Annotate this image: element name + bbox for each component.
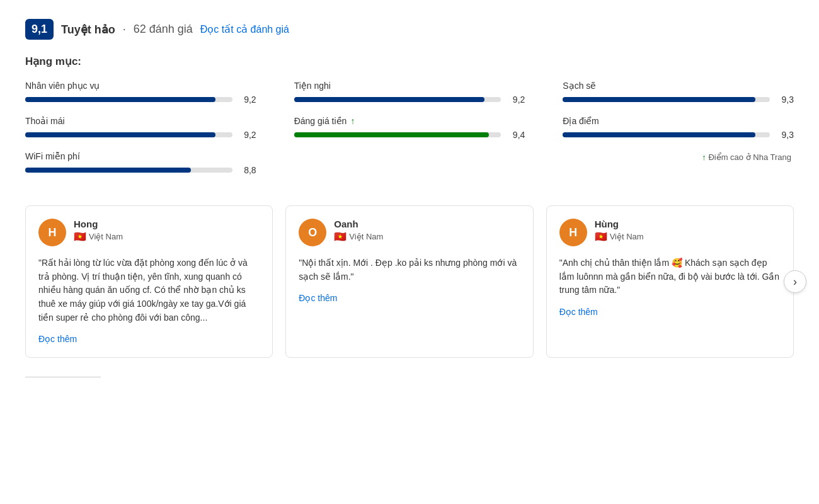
overall-label: Tuyệt hảo [61,23,115,37]
score-nhan-vien: 9,2 [239,94,256,105]
rating-bar-wifi: 8,8 [25,165,256,175]
next-reviews-button[interactable]: › [784,270,806,293]
review-card-hung: H Hùng 🇻🇳 Việt Nam "Anh chị chủ thân thi… [546,205,794,358]
rating-bar-sach-se: 9,3 [563,94,794,105]
overall-score-badge: 9,1 [25,19,54,40]
bar-track-wifi [25,168,232,173]
avatar-oanh: O [299,219,326,246]
categories-title: Hạng mục: [25,55,794,68]
rating-bar-tien-nghi: 9,2 [294,94,525,105]
categories-section: Hạng mục: Nhân viên phục vụ 9,2 Thoải má… [25,55,794,186]
rating-label-sach-se: Sạch sẽ [563,81,794,91]
rating-bar-dang-gia-tien: 9,4 [294,130,525,140]
bar-fill-thoai-mai [25,132,215,137]
reviewer-info-oanh: Oanh 🇻🇳 Việt Nam [334,219,383,243]
rating-bar-dia-diem: 9,3 [563,130,794,140]
reviewer-header-hung: H Hùng 🇻🇳 Việt Nam [559,219,781,246]
bar-fill-nhan-vien [25,97,215,102]
review-count: 62 đánh giá [134,23,193,36]
read-more-hong[interactable]: Đọc thêm [38,334,77,344]
score-sach-se: 9,3 [776,94,794,105]
review-card-hong: H Hong 🇻🇳 Việt Nam "Rất hải lòng từ lúc … [25,205,273,358]
reviewer-country-hung: 🇻🇳 Việt Nam [595,231,644,243]
reviewer-country-oanh: 🇻🇳 Việt Nam [334,231,383,243]
read-all-reviews-link[interactable]: Đọc tất cả đánh giá [200,23,289,35]
high-score-note: ↑ Điểm cao ở Nha Trang [702,152,794,162]
rating-label-thoai-mai: Thoải mái [25,116,256,126]
bar-track-thoai-mai [25,132,232,137]
reviewer-header-hong: H Hong 🇻🇳 Việt Nam [38,219,260,246]
rating-label-dang-gia-tien: Đáng giá tiền ↑ [294,116,525,126]
rating-label-wifi: WiFi miễn phí [25,151,256,161]
rating-item-thoai-mai: Thoải mái 9,2 [25,116,256,140]
rating-item-sach-se: Sạch sẽ 9,3 [563,81,794,105]
flag-oanh: 🇻🇳 [334,231,346,243]
rating-item-tien-nghi: Tiện nghi 9,2 [294,81,525,105]
reviewer-name-oanh: Oanh [334,219,383,229]
bar-fill-sach-se [563,97,755,102]
rating-header: 9,1 Tuyệt hảo · 62 đánh giá Đọc tất cả đ… [25,19,794,40]
col-1: Nhân viên phục vụ 9,2 Thoải mái [25,81,256,186]
col-2: Tiện nghi 9,2 Đáng giá tiền ↑ [294,81,525,186]
bar-track-dia-diem [563,132,770,137]
bar-fill-tien-nghi [294,97,484,102]
rating-item-dia-diem: Địa điểm 9,3 [563,116,794,140]
section-divider [25,377,101,377]
reviewer-header-oanh: O Oanh 🇻🇳 Việt Nam [299,219,520,246]
avatar-hong: H [38,219,66,246]
review-text-hong: "Rất hải lòng từ lúc vừa đặt phòng xong … [38,256,260,324]
flag-hung: 🇻🇳 [595,231,607,243]
reviewer-info-hung: Hùng 🇻🇳 Việt Nam [595,219,644,243]
review-text-oanh: "Nội thất xịn. Mới . Đẹp .ko pải ks nhưn… [299,256,520,284]
rating-label-tien-nghi: Tiện nghi [294,81,525,91]
reviewer-country-hong: 🇻🇳 Việt Nam [74,231,123,243]
review-card-oanh: O Oanh 🇻🇳 Việt Nam "Nội thất xịn. Mới . … [285,205,533,358]
score-dang-gia-tien: 9,4 [507,130,525,140]
bar-track-nhan-vien [25,97,232,102]
rating-item-nhan-vien: Nhân viên phục vụ 9,2 [25,81,256,105]
rating-label-dia-diem: Địa điểm [563,116,794,126]
reviewer-info-hong: Hong 🇻🇳 Việt Nam [74,219,123,243]
review-text-hung: "Anh chị chủ thân thiện lắm 🥰 Khách sạn … [559,256,781,297]
bar-fill-dang-gia-tien [294,132,489,137]
col-3: Sạch sẽ 9,3 Địa điểm 9,3 [563,81,794,186]
reviewer-name-hong: Hong [74,219,123,229]
read-more-oanh[interactable]: Đọc thêm [299,293,337,303]
score-wifi: 8,8 [239,165,256,175]
trending-up-icon: ↑ [350,116,355,126]
bar-track-sach-se [563,97,770,102]
rating-item-wifi: WiFi miễn phí 8,8 [25,151,256,175]
reviews-section: H Hong 🇻🇳 Việt Nam "Rất hải lòng từ lúc … [25,205,794,358]
rating-bar-thoai-mai: 9,2 [25,130,256,140]
rating-label-nhan-vien: Nhân viên phục vụ [25,81,256,91]
score-dia-diem: 9,3 [776,130,794,140]
rating-bar-nhan-vien: 9,2 [25,94,256,105]
score-tien-nghi: 9,2 [507,94,525,105]
rating-grid: Nhân viên phục vụ 9,2 Thoải mái [25,81,794,186]
reviewer-name-hung: Hùng [595,219,644,229]
bar-track-tien-nghi [294,97,501,102]
flag-hong: 🇻🇳 [74,231,86,243]
rating-item-dang-gia-tien: Đáng giá tiền ↑ 9,4 [294,116,525,140]
score-thoai-mai: 9,2 [239,130,256,140]
reviews-grid: H Hong 🇻🇳 Việt Nam "Rất hải lòng từ lúc … [25,205,794,358]
read-more-hung[interactable]: Đọc thêm [559,307,598,317]
bar-fill-wifi [25,168,191,173]
bar-fill-dia-diem [563,132,755,137]
trending-up-note-icon: ↑ [702,152,706,162]
dot-separator: · [123,23,126,36]
avatar-hung: H [559,219,587,246]
bar-track-dang-gia-tien [294,132,501,137]
